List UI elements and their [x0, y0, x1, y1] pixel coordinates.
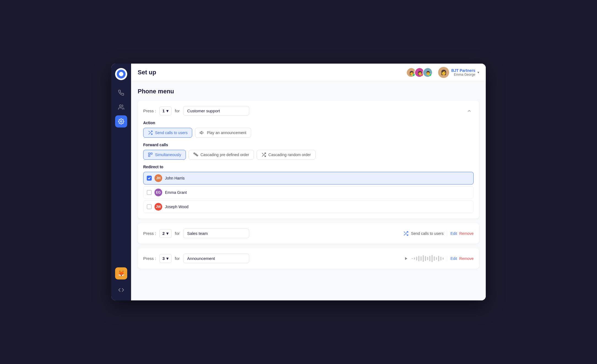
- press-label-1: Press :: [143, 108, 156, 113]
- avatar-joseph: JW: [154, 203, 162, 211]
- sidebar-item-users[interactable]: [115, 101, 127, 113]
- play-announcement-button[interactable]: Play an announcement: [195, 128, 251, 138]
- svg-marker-14: [405, 257, 407, 260]
- action-buttons: Send calls to users Play an announcement: [143, 128, 474, 138]
- phone-menu-card-3: Press : 3 ▾ for: [138, 248, 479, 269]
- simultaneously-button[interactable]: Simultaneously: [143, 150, 186, 160]
- phone-menu-card-1: Press : 1 ▾ for Action: [138, 100, 479, 219]
- user-company: BJT Partners: [451, 68, 475, 73]
- press-select-2[interactable]: 2 ▾: [159, 229, 172, 238]
- menu-name-input-3[interactable]: [183, 254, 249, 263]
- forward-calls-label: Forward calls: [143, 143, 474, 147]
- summary-3: Edit Remove: [403, 254, 474, 263]
- sidebar: 🦊: [111, 64, 131, 300]
- page-title: Phone menu: [138, 88, 479, 95]
- remove-button-2[interactable]: Remove: [459, 231, 474, 236]
- sidebar-item-settings[interactable]: [115, 115, 127, 127]
- play-announcement-label: Play an announcement: [207, 131, 246, 135]
- collapse-button-1[interactable]: [465, 107, 474, 115]
- avatar-john: JH: [154, 174, 162, 182]
- svg-point-1: [120, 121, 122, 122]
- user-info[interactable]: 👩 BJT Partners Emma George ▾: [438, 67, 479, 78]
- svg-rect-4: [151, 153, 152, 154]
- send-calls-icon-2: [403, 231, 409, 236]
- press-value-3: 3: [162, 256, 165, 261]
- svg-rect-5: [148, 155, 150, 157]
- send-calls-label: Send calls to users: [155, 131, 188, 135]
- press-row-3: Press : 3 ▾ for: [143, 254, 474, 263]
- name-emma: Emma Grant: [165, 190, 187, 195]
- sidebar-item-phone[interactable]: [115, 87, 127, 99]
- audio-waveform: [412, 254, 444, 263]
- for-label-2: for: [175, 231, 180, 236]
- press-select-3[interactable]: 3 ▾: [159, 254, 172, 263]
- main-content: Set up 👩 👩 👨: [131, 64, 486, 300]
- press-row-2: Press : 2 ▾ for Send calls to users Edit: [143, 229, 474, 238]
- menu-name-input-1[interactable]: [183, 106, 249, 116]
- menu-name-input-2[interactable]: [183, 229, 249, 238]
- user-text: BJT Partners Emma George: [451, 68, 475, 77]
- press-value-2: 2: [162, 231, 165, 236]
- send-calls-button[interactable]: Send calls to users: [143, 128, 192, 138]
- svg-line-13: [262, 153, 263, 154]
- checkbox-john[interactable]: [147, 176, 152, 181]
- avatar-group: 👩 👩 👨: [406, 67, 433, 77]
- checkbox-joseph[interactable]: [147, 204, 152, 209]
- cascading-random-label: Cascading random order: [268, 153, 311, 157]
- logo[interactable]: [115, 68, 127, 80]
- forward-call-buttons: Simultaneously Cascading pre defined ord…: [143, 150, 474, 160]
- play-audio-button[interactable]: [403, 255, 409, 262]
- edit-button-3[interactable]: Edit: [451, 256, 457, 261]
- current-user-avatar: 👩: [438, 67, 449, 78]
- summary-2: Send calls to users Edit Remove: [403, 231, 474, 236]
- name-joseph: Joseph Wood: [165, 205, 188, 209]
- cascading-predefined-button[interactable]: Cascading pre defined order: [189, 150, 254, 160]
- press-value-1: 1: [162, 108, 165, 113]
- redirect-list: JH John Harris EG Emma Grant JW Joseph W…: [143, 172, 474, 213]
- cascading-predefined-label: Cascading pre defined order: [200, 153, 249, 157]
- for-label-1: for: [175, 108, 180, 113]
- header-avatar-3[interactable]: 👨: [423, 67, 433, 77]
- for-label-3: for: [175, 256, 180, 261]
- svg-marker-2: [200, 131, 202, 134]
- redirect-to-label: Redirect to: [143, 165, 474, 169]
- user-name-sub: Emma George: [451, 73, 475, 77]
- redirect-item-joseph[interactable]: JW Joseph Wood: [143, 200, 474, 213]
- cascading-random-button[interactable]: Cascading random order: [257, 150, 316, 160]
- redirect-item-john[interactable]: JH John Harris: [143, 172, 474, 184]
- redirect-item-emma[interactable]: EG Emma Grant: [143, 186, 474, 199]
- press-chevron-1: ▾: [166, 108, 169, 113]
- press-row-1: Press : 1 ▾ for: [143, 106, 474, 116]
- svg-line-10: [196, 154, 197, 156]
- press-chevron-2: ▾: [166, 231, 169, 236]
- chevron-down-icon: ▾: [477, 70, 479, 74]
- svg-rect-3: [148, 153, 150, 154]
- press-label-3: Press :: [143, 256, 156, 261]
- summary-text-2: Send calls to users: [411, 231, 443, 236]
- name-john: John Harris: [165, 176, 185, 180]
- page-header-title: Set up: [138, 69, 406, 76]
- avatar-emma: EG: [154, 189, 162, 196]
- sidebar-item-code[interactable]: [115, 284, 127, 296]
- header: Set up 👩 👩 👨: [131, 64, 486, 81]
- press-label-2: Press :: [143, 231, 156, 236]
- press-chevron-3: ▾: [166, 256, 169, 261]
- remove-button-3[interactable]: Remove: [459, 256, 474, 261]
- edit-button-2[interactable]: Edit: [451, 231, 457, 236]
- phone-menu-card-2: Press : 2 ▾ for Send calls to users Edit: [138, 223, 479, 244]
- press-select-1[interactable]: 1 ▾: [159, 107, 172, 115]
- content-area: Phone menu Press : 1 ▾ for Action: [131, 81, 486, 300]
- action-label: Action: [143, 121, 474, 125]
- user-avatar-sidebar[interactable]: 🦊: [115, 267, 127, 279]
- header-right: 👩 👩 👨 👩 BJT Partners: [406, 67, 479, 78]
- svg-point-0: [120, 105, 121, 107]
- svg-line-9: [195, 153, 195, 154]
- simultaneously-label: Simultaneously: [155, 153, 181, 157]
- checkbox-emma[interactable]: [147, 190, 152, 195]
